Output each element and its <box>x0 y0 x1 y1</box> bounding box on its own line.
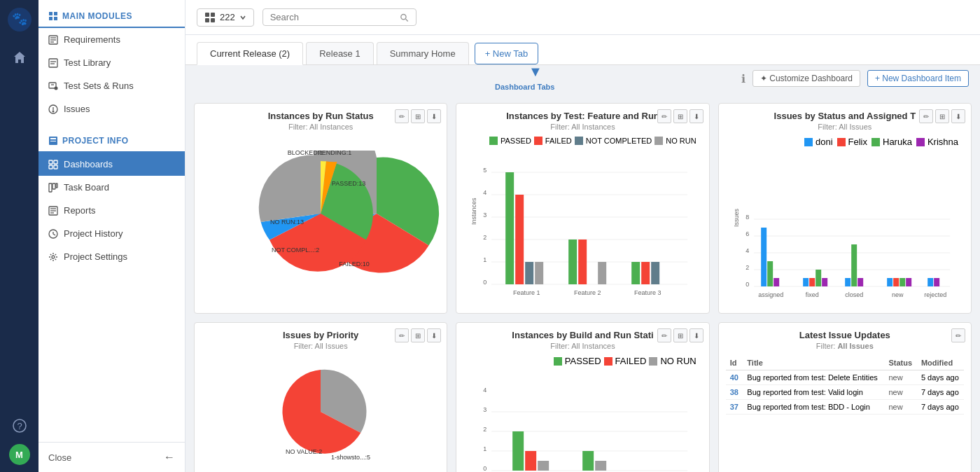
svg-text:NO VALUE:2: NO VALUE:2 <box>286 448 322 455</box>
svg-text:4: 4 <box>483 189 486 196</box>
svg-text:fixed: fixed <box>805 291 818 298</box>
close-label[interactable]: Close <box>48 452 71 463</box>
search-input[interactable] <box>270 12 396 22</box>
project-selector[interactable]: 222 <box>197 8 254 27</box>
sidebar-item-requirements[interactable]: Requirements <box>38 28 185 51</box>
edit-latest-icon[interactable]: ✏ <box>951 328 965 342</box>
icon-bar: 🐾 ? M <box>0 0 38 472</box>
svg-rect-91 <box>816 270 821 286</box>
feature-run-bar-svg: 0 1 2 3 4 5 Instances <box>463 148 701 302</box>
new-tab-button[interactable]: + New Tab <box>475 43 539 64</box>
svg-rect-92 <box>822 278 827 286</box>
svg-rect-119 <box>525 451 536 471</box>
svg-text:Instances: Instances <box>470 197 477 225</box>
priority-pie-svg: NO VALUE:2 1-showsto...:5 <box>258 356 384 468</box>
user-avatar[interactable]: M <box>9 444 30 465</box>
project-info-title: Project Info <box>38 126 185 153</box>
svg-rect-28 <box>49 183 52 192</box>
help-icon[interactable]: ? <box>7 413 32 438</box>
svg-rect-97 <box>893 278 899 286</box>
svg-rect-62 <box>505 172 514 284</box>
tab-summary-home[interactable]: Summary Home <box>377 42 469 64</box>
issue-modified-38: 7 days ago <box>917 385 964 400</box>
project-name: 222 <box>220 12 235 22</box>
table-row: 37 Bug reported from test: BDD - Login n… <box>726 400 964 415</box>
save-status-icon[interactable]: ⊞ <box>935 109 949 123</box>
issue-modified-40: 5 days ago <box>917 370 964 385</box>
close-arrow-icon[interactable]: ← <box>164 451 175 464</box>
build-run-chart: ✏ ⊞ ⬇ Instances by Build and Run Stati F… <box>456 322 709 472</box>
svg-rect-90 <box>809 278 815 286</box>
tab-current-release[interactable]: Current Release (2) <box>197 42 303 65</box>
save-run-status-icon[interactable]: ⊞ <box>411 109 425 123</box>
tab-release1[interactable]: Release 1 <box>306 42 374 64</box>
svg-text:3: 3 <box>483 406 486 413</box>
svg-text:1: 1 <box>483 445 486 452</box>
svg-point-36 <box>52 256 55 258</box>
download-run-status-icon[interactable]: ⬇ <box>427 109 441 123</box>
sidebar-item-issues[interactable]: Issues <box>38 97 185 120</box>
svg-rect-67 <box>578 240 587 284</box>
edit-run-status-icon[interactable]: ✏ <box>395 109 409 123</box>
col-id: Id <box>726 356 743 370</box>
sidebar-item-project-settings[interactable]: Project Settings <box>38 245 185 268</box>
sidebar-footer: Close ← <box>38 442 185 472</box>
download-status-icon[interactable]: ⬇ <box>951 109 965 123</box>
build-run-bar-svg: 0 1 2 3 4 <box>463 369 701 472</box>
edit-priority-icon[interactable]: ✏ <box>395 328 409 342</box>
svg-text:new: new <box>892 291 904 298</box>
svg-text:PENDING:1: PENDING:1 <box>318 149 352 156</box>
save-priority-icon[interactable]: ⊞ <box>411 328 425 342</box>
edit-feature-icon[interactable]: ✏ <box>657 109 671 123</box>
svg-text:Feature 3: Feature 3 <box>634 289 662 296</box>
svg-rect-24 <box>49 160 52 164</box>
search-box[interactable] <box>262 8 416 26</box>
dashboard-tabs-label: Dashboard Tabs <box>495 83 554 91</box>
new-dashboard-item-button[interactable]: + New Dashboard Item <box>867 70 969 87</box>
svg-text:4: 4 <box>483 387 486 394</box>
issue-id-38[interactable]: 38 <box>730 388 738 396</box>
svg-text:closed: closed <box>845 291 863 298</box>
issue-modified-37: 7 days ago <box>917 400 964 415</box>
sidebar-item-reports[interactable]: Reports <box>38 199 185 222</box>
sidebar-item-taskboard[interactable]: Task Board <box>38 176 185 199</box>
sidebar-item-project-history[interactable]: Project History <box>38 222 185 245</box>
app-logo[interactable]: 🐾 <box>7 7 32 32</box>
svg-rect-5 <box>54 12 57 15</box>
svg-rect-6 <box>49 17 52 20</box>
svg-rect-120 <box>538 461 549 471</box>
sidebar-item-test-sets[interactable]: Test Sets & Runs <box>38 74 185 97</box>
svg-rect-26 <box>49 165 52 169</box>
svg-rect-25 <box>54 160 57 164</box>
svg-rect-40 <box>211 18 215 22</box>
svg-rect-88 <box>774 278 779 286</box>
save-feature-icon[interactable]: ⊞ <box>673 109 687 123</box>
svg-rect-96 <box>887 278 892 286</box>
latest-issues-table: Id Title Status Modified 40 Bug reported… <box>726 356 964 415</box>
priority-subtitle: Filter: All Issues <box>202 342 440 350</box>
save-build-icon[interactable]: ⊞ <box>673 328 687 342</box>
svg-text:Feature 1: Feature 1 <box>513 289 540 296</box>
customize-dashboard-button[interactable]: ✦ Customize Dashboard <box>752 70 860 87</box>
download-feature-icon[interactable]: ⬇ <box>690 109 704 123</box>
build-run-legend: PASSED FAILED NO RUN <box>463 356 701 366</box>
latest-issues-subtitle: Filter: All Issues <box>726 342 964 350</box>
sidebar-item-dashboards[interactable]: Dashboards <box>38 153 185 176</box>
issue-id-37[interactable]: 37 <box>730 403 738 411</box>
status-assigned-chart: ✏ ⊞ ⬇ Issues by Status and Assigned T Fi… <box>718 103 972 314</box>
main-modules-title: Main Modules <box>38 0 185 28</box>
svg-text:assigned: assigned <box>758 291 783 298</box>
download-priority-icon[interactable]: ⬇ <box>427 328 441 342</box>
issue-status-37: new <box>884 400 916 415</box>
home-icon[interactable] <box>7 45 32 70</box>
svg-rect-64 <box>525 262 533 284</box>
svg-point-20 <box>52 111 54 112</box>
info-icon[interactable]: ℹ <box>741 72 746 85</box>
download-build-icon[interactable]: ⬇ <box>690 328 704 342</box>
edit-build-icon[interactable]: ✏ <box>657 328 671 342</box>
table-row: 40 Bug reported from test: Delete Entiti… <box>726 370 964 385</box>
issue-id-40[interactable]: 40 <box>730 373 738 382</box>
sidebar-item-test-library[interactable]: Test Library <box>38 51 185 74</box>
svg-text:0: 0 <box>746 281 749 288</box>
edit-status-icon[interactable]: ✏ <box>919 109 933 123</box>
